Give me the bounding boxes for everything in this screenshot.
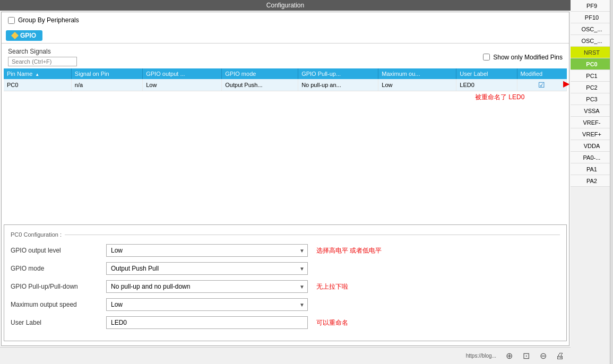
export-button[interactable]: 🖨 [554,350,566,362]
gpio-diamond-icon [11,32,19,39]
signals-table-wrapper: Pin Name ▲ Signal on Pin GPIO output ...… [2,68,569,91]
col-signal[interactable]: Signal on Pin [71,68,142,79]
search-label: Search Signals [8,48,77,55]
search-row: Search Signals Show only Modified Pins [2,44,569,68]
gpio-mode-select[interactable]: Output Push Pull Output Open Drain [106,262,308,275]
pin-PC3[interactable]: PC3 [571,93,613,105]
pc0-config-section: PC0 Configuration : GPIO output level Lo… [4,224,567,341]
col-gpio-output[interactable]: GPIO output ... [143,68,222,79]
gpio-output-level-row: GPIO output level Low High ▼ 选择高电平 或者低电平 [11,244,560,257]
gpio-output-annotation: 选择高电平 或者低电平 [316,246,382,255]
cell-signal: n/a [71,79,142,91]
group-by-label: Group By Peripherals [18,16,79,24]
gpio-mode-label: GPIO mode [11,265,106,272]
cell-pin-name: PC0 [4,79,71,91]
max-speed-select[interactable]: Low Medium High Very High [106,298,308,311]
gpio-pull-annotation: 无上拉下啦 [316,282,348,291]
pin-PA2[interactable]: PA2 [571,175,613,187]
search-section: Search Signals [8,48,77,66]
col-gpio-pull[interactable]: GPIO Pull-up... [298,68,378,79]
col-gpio-mode[interactable]: GPIO mode [222,68,298,79]
cell-modified: ☑ [517,79,566,91]
gpio-mode-row: GPIO mode Output Push Pull Output Open D… [11,262,560,275]
col-pin-name[interactable]: Pin Name ▲ [4,68,71,79]
cell-gpio-output: Low [143,79,222,91]
pin-PC0[interactable]: PC0 [571,58,613,70]
user-label-annotation: 可以重命名 [316,318,348,327]
zoom-out-button[interactable]: ⊖ [537,350,549,362]
col-modified[interactable]: Modified [517,68,566,79]
pin-OSC2[interactable]: OSC_... [571,35,613,47]
config-content: Group By Peripherals GPIO Search Signals… [1,12,569,346]
cell-gpio-pull: No pull-up an... [298,79,378,91]
right-sidebar: 被重命名了 LED0 ▶ PF9 PF10 OSC_... OSC_... NR… [571,0,613,364]
url-label: https://blog... [466,353,496,359]
title-text: Configuration [266,2,304,9]
table-spacer [2,91,569,220]
pin-list: PF9 PF10 OSC_... OSC_... NRST PC0 PC1 PC… [571,0,613,364]
max-speed-wrapper: Low Medium High Very High ▼ [106,298,308,311]
pin-VREF+[interactable]: VREF+ [571,128,613,140]
gpio-mode-wrapper: Output Push Pull Output Open Drain ▼ [106,262,308,275]
cell-user-label: LED0 [456,79,517,91]
col-max-output[interactable]: Maximum ou... [378,68,456,79]
pin-VREF-[interactable]: VREF- [571,117,613,128]
col-user-label[interactable]: User Label [456,68,517,79]
group-by-row: Group By Peripherals [2,12,569,28]
pin-VSSA[interactable]: VSSA [571,105,613,117]
gpio-pull-wrapper: No pull-up and no pull-down Pull-up Pull… [106,280,308,293]
fit-button[interactable]: ⊡ [520,350,532,362]
pin-PA0[interactable]: PA0-... [571,152,613,163]
pin-NRST[interactable]: NRST [571,47,613,58]
zoom-in-button[interactable]: ⊕ [503,350,515,362]
gpio-tab-bar: GPIO [2,28,569,44]
pin-PF10[interactable]: PF10 [571,12,613,23]
gpio-pull-row: GPIO Pull-up/Pull-down No pull-up and no… [11,280,560,293]
cell-gpio-mode: Output Push... [222,79,298,91]
table-row[interactable]: PC0 n/a Low Output Push... No pull-up an… [4,79,567,91]
section-title: PC0 Configuration : [11,231,560,238]
bottom-toolbar: https://blog... ⊕ ⊡ ⊖ 🖨 [0,347,571,364]
gpio-pull-select[interactable]: No pull-up and no pull-down Pull-up Pull… [106,280,308,293]
gpio-tab[interactable]: GPIO [6,30,42,41]
show-modified-row: Show only Modified Pins [483,54,563,61]
sort-icon: ▲ [35,72,39,77]
user-label-label: User Label [11,319,106,326]
user-label-input[interactable] [106,316,308,329]
pin-PC2[interactable]: PC2 [571,82,613,93]
main-panel: Configuration Group By Peripherals GPIO … [0,0,571,364]
gpio-output-level-wrapper: Low High ▼ [106,244,308,257]
pin-PF9[interactable]: PF9 [571,0,613,12]
group-by-checkbox[interactable] [8,17,15,24]
max-speed-label: Maximum output speed [11,301,106,308]
signals-table: Pin Name ▲ Signal on Pin GPIO output ...… [4,68,567,91]
max-speed-row: Maximum output speed Low Medium High Ver… [11,298,560,311]
cell-max-output: Low [378,79,456,91]
config-title: Configuration [0,0,571,11]
pin-VDDA[interactable]: VDDA [571,140,613,152]
show-modified-label: Show only Modified Pins [493,54,563,61]
pin-PA1[interactable]: PA1 [571,163,613,175]
pin-PC1[interactable]: PC1 [571,70,613,82]
user-label-row: User Label 可以重命名 [11,316,560,329]
show-modified-checkbox[interactable] [483,54,490,60]
scrollbar[interactable] [610,0,613,364]
gpio-pull-label: GPIO Pull-up/Pull-down [11,283,106,290]
pin-OSC1[interactable]: OSC_... [571,23,613,35]
search-input[interactable] [8,57,77,66]
gpio-output-level-select[interactable]: Low High [106,244,308,257]
gpio-tab-label: GPIO [20,32,36,39]
gpio-output-level-label: GPIO output level [11,247,106,254]
